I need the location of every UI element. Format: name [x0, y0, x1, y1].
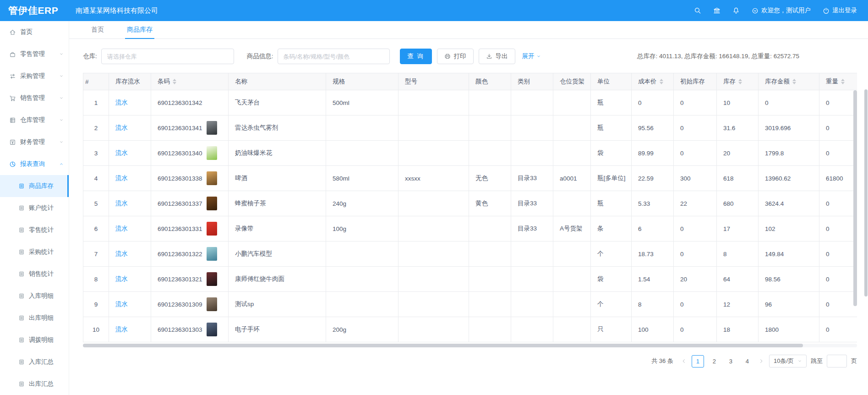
prev-page-button[interactable] [680, 358, 688, 364]
user-welcome[interactable]: 欢迎您，测试用户 [752, 6, 811, 15]
page-2[interactable]: 2 [708, 355, 721, 368]
page-scrollbar[interactable] [864, 89, 868, 296]
column-header-flow: 库存流水 [109, 73, 151, 90]
export-button[interactable]: 导出 [479, 49, 515, 64]
sidebar-subitem-inbound-summary[interactable]: 入库汇总 [0, 351, 69, 373]
cell-cost: 1.54 [632, 267, 674, 292]
bell-icon[interactable] [732, 7, 740, 14]
column-label: 颜色 [475, 77, 488, 86]
sidebar-subitem-label: 入库汇总 [29, 358, 54, 366]
cell-color [469, 216, 511, 241]
next-page-button[interactable] [758, 358, 765, 364]
cell-init: 0 [674, 317, 717, 342]
product-thumbnail[interactable] [207, 222, 217, 236]
product-thumbnail[interactable] [207, 297, 217, 311]
sidebar-item-home[interactable]: 首页 [0, 21, 69, 43]
column-header-color: 颜色 [469, 73, 511, 90]
table-vertical-scrollbar[interactable] [853, 90, 857, 341]
column-header-amount[interactable]: 库存金额 [759, 73, 819, 90]
flow-link[interactable]: 流水 [115, 250, 128, 257]
sort-caret-icon[interactable] [660, 79, 663, 84]
page-3[interactable]: 3 [725, 355, 737, 368]
cell-num: 10 [83, 317, 109, 342]
sidebar-item-report-query[interactable]: 报表查询 [0, 153, 69, 175]
cell-category [511, 141, 553, 166]
sidebar-item-sales-mgmt[interactable]: 销售管理 [0, 87, 69, 109]
product-thumbnail[interactable] [207, 171, 217, 185]
cell-color [469, 241, 511, 267]
sidebar-subitem-goods-stock[interactable]: 商品库存 [0, 175, 69, 197]
cell-category [511, 267, 553, 292]
product-thumbnail[interactable] [207, 323, 217, 336]
cell-spec [326, 141, 399, 166]
column-header-category: 类别 [511, 73, 553, 90]
cell-weight: 0 [819, 241, 857, 267]
column-header-barcode[interactable]: 条码 [151, 73, 229, 90]
cell-spec: 240g [326, 191, 399, 216]
product-thumbnail[interactable] [207, 197, 217, 210]
sidebar-item-warehouse-mgmt[interactable]: 仓库管理 [0, 109, 69, 131]
jump-page-input[interactable] [827, 355, 847, 368]
cell-num: 7 [83, 241, 109, 267]
sidebar-item-finance-mgmt[interactable]: 财务管理 [0, 131, 69, 153]
cell-name: 雷达杀虫气雾剂 [229, 115, 326, 141]
cell-amount: 102 [759, 216, 819, 241]
flow-link[interactable]: 流水 [115, 225, 128, 232]
cell-barcode: 6901236301337 [151, 191, 229, 216]
flow-link[interactable]: 流水 [115, 326, 128, 333]
warehouse-select[interactable] [101, 49, 234, 64]
sidebar-subitem-outbound-detail[interactable]: 出库明细 [0, 307, 69, 329]
flow-link[interactable]: 流水 [115, 149, 128, 156]
column-header-stock[interactable]: 库存 [717, 73, 759, 90]
flow-link[interactable]: 流水 [115, 124, 128, 131]
sidebar-item-label: 财务管理 [20, 138, 45, 146]
search-icon[interactable] [694, 7, 701, 14]
sidebar-subitem-transfer-detail[interactable]: 调拨明细 [0, 329, 69, 351]
sidebar-subitem-purchase-stats[interactable]: 采购统计 [0, 241, 69, 263]
barcode-text: 6901236301338 [158, 175, 202, 182]
sidebar-subitem-account-stats[interactable]: 账户统计 [0, 197, 69, 219]
cell-stock: 10 [717, 90, 759, 115]
bank-icon[interactable] [713, 7, 721, 14]
column-header-cost[interactable]: 成本价 [632, 73, 674, 90]
sort-caret-icon[interactable] [792, 79, 796, 84]
sidebar-subitem-inbound-detail[interactable]: 入库明细 [0, 285, 69, 307]
expand-toggle[interactable]: 展开 [522, 52, 541, 60]
sidebar-subitem-sales-stats[interactable]: 销售统计 [0, 263, 69, 285]
tab-goods-stock[interactable]: 商品库存 [125, 21, 154, 38]
logout-button[interactable]: 退出登录 [823, 6, 857, 15]
header-actions: 欢迎您，测试用户 退出登录 [694, 6, 868, 15]
cell-shelf [553, 115, 591, 141]
sidebar-subitem-outbound-summary[interactable]: 出库汇总 [0, 373, 69, 395]
cell-barcode: 6901236301331 [151, 216, 229, 241]
summary-stat: , 总重量: 62572.75 [748, 53, 799, 60]
column-header-weight[interactable]: 重量 [819, 73, 857, 90]
sidebar-item-retail-mgmt[interactable]: 零售管理 [0, 43, 69, 65]
sort-caret-icon[interactable] [738, 79, 742, 84]
flow-link[interactable]: 流水 [115, 175, 128, 181]
product-thumbnail[interactable] [207, 272, 217, 286]
column-label: # [85, 78, 89, 85]
print-button[interactable]: 打印 [437, 49, 474, 64]
page-1[interactable]: 1 [692, 355, 704, 368]
flow-link[interactable]: 流水 [115, 200, 128, 207]
product-thumbnail[interactable] [207, 121, 217, 135]
product-info-input[interactable] [278, 49, 390, 64]
search-button[interactable]: 查 询 [400, 49, 432, 64]
sort-caret-icon[interactable] [841, 79, 845, 84]
page-size-select[interactable]: 10条/页 [769, 355, 807, 368]
sidebar-item-purchase-mgmt[interactable]: 采购管理 [0, 65, 69, 87]
tab-home[interactable]: 首页 [89, 21, 106, 38]
cell-barcode: 6901236301303 [151, 317, 229, 342]
flow-link[interactable]: 流水 [115, 275, 128, 282]
table-horizontal-scrollbar[interactable] [83, 344, 857, 347]
page-4[interactable]: 4 [741, 355, 753, 368]
flow-link[interactable]: 流水 [115, 99, 128, 106]
flow-link[interactable]: 流水 [115, 301, 128, 307]
product-thumbnail[interactable] [207, 247, 217, 261]
product-thumbnail[interactable] [207, 146, 217, 160]
column-label: 类别 [518, 77, 530, 86]
cell-amount: 3624.4 [759, 191, 819, 216]
sidebar-subitem-retail-stats[interactable]: 零售统计 [0, 219, 69, 241]
sort-caret-icon[interactable] [173, 79, 176, 84]
